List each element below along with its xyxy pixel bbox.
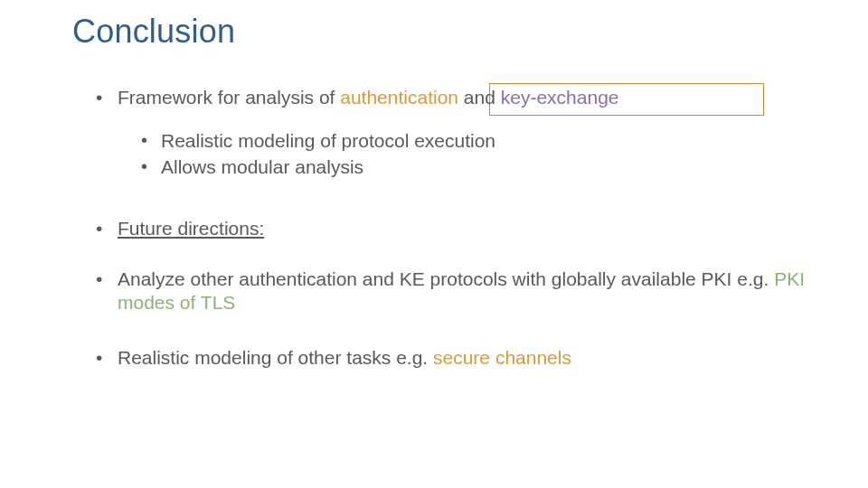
text-fragment: and bbox=[458, 87, 501, 108]
text-key-exchange: key-exchange bbox=[501, 87, 619, 108]
slide-body: Framework for analysis of authentication… bbox=[90, 86, 814, 400]
text-authentication: authentication bbox=[340, 87, 458, 108]
bullet-analyze-other: Analyze other authentication and KE prot… bbox=[90, 267, 814, 315]
bullet-framework: Framework for analysis of authentication… bbox=[90, 86, 814, 179]
text-fragment: Realistic modeling of other tasks e.g. bbox=[118, 347, 433, 368]
text-secure-channels: secure channels bbox=[433, 347, 571, 368]
bullet-realistic-modeling: Realistic modeling of other tasks e.g. s… bbox=[90, 346, 814, 370]
subbullet-modeling: Realistic modeling of protocol execution bbox=[137, 129, 814, 153]
text-future-directions: Future directions: bbox=[118, 218, 264, 239]
subbullet-modular: Allows modular analysis bbox=[137, 155, 814, 179]
text-fragment: Framework for analysis of bbox=[118, 87, 340, 108]
slide-title: Conclusion bbox=[72, 13, 235, 51]
slide: Conclusion Framework for analysis of aut… bbox=[0, 0, 868, 488]
text-fragment: Analyze other authentication and KE prot… bbox=[118, 268, 774, 289]
bullet-future-directions: Future directions: bbox=[90, 217, 814, 240]
